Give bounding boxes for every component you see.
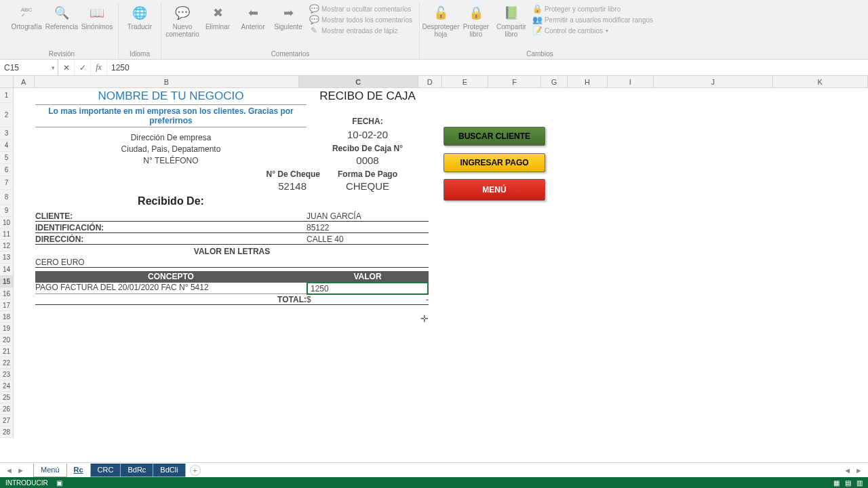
row-header-23[interactable]: 23 [0, 369, 14, 380]
sheet-tab-rc[interactable]: Rc [66, 464, 91, 477]
sheet-tab-bdrc[interactable]: BdRc [120, 464, 153, 477]
ribbon-new-comment[interactable]: 💬 Nuevo comentario [165, 3, 199, 39]
enter-payment-button[interactable]: INGRESAR PAGO [443, 153, 545, 172]
row-header-13[interactable]: 13 [0, 251, 14, 264]
row-header-28[interactable]: 28 [0, 426, 14, 438]
row-header-15[interactable]: 15 [0, 276, 14, 288]
col-header-F[interactable]: F [488, 76, 541, 87]
worksheet[interactable]: A B C D E F G H I J K 123456789101112131… [0, 76, 868, 461]
row-header-26[interactable]: 26 [0, 403, 14, 415]
row-header-2[interactable]: 2 [0, 103, 14, 127]
cancel-edit-button[interactable]: ✕ [58, 60, 75, 75]
sheet-tab-menu[interactable]: Menú [33, 464, 67, 477]
ribbon-show-all-comments[interactable]: 💬Mostrar todos los comentarios [309, 15, 412, 24]
macro-record-icon[interactable]: ▣ [56, 479, 62, 487]
address-line2: Ciudad, Pais, Depatamento [35, 144, 307, 154]
col-header-K[interactable]: K [773, 76, 868, 87]
row-header-10[interactable]: 10 [0, 217, 14, 228]
sheet-tabs: ◄ ► Menú Rc CRC BdRc BdCli + ◄ ► [0, 462, 868, 477]
ribbon-show-ink[interactable]: ✎Mostrar entradas de lápiz [309, 26, 412, 35]
row-header-3[interactable]: 3 [0, 127, 14, 140]
col-header-G[interactable]: G [541, 76, 568, 87]
view-normal-icon[interactable]: ▦ [833, 479, 840, 487]
row-header-18[interactable]: 18 [0, 311, 14, 323]
select-all-corner[interactable] [0, 76, 14, 87]
scroll-left-icon[interactable]: ◄ [844, 466, 851, 474]
sheet-tab-crc[interactable]: CRC [90, 464, 121, 477]
ribbon-protect-share[interactable]: 🔒Proteger y compartir libro [532, 4, 653, 14]
ribbon-unprotect-sheet[interactable]: 🔓 Desproteger hoja [424, 3, 458, 39]
fx-button[interactable]: fx [91, 60, 107, 75]
share-book-icon: 📗 [502, 4, 520, 22]
total-cell: $ - [307, 295, 429, 305]
ribbon-share-book[interactable]: 📗 Compartir libro [494, 3, 528, 39]
col-header-E[interactable]: E [442, 76, 488, 87]
tab-nav-next[interactable]: ► [17, 466, 24, 474]
row-header-25[interactable]: 25 [0, 392, 14, 403]
receipt-number: 0008 [307, 155, 429, 166]
row-header-7[interactable]: 7 [0, 176, 14, 190]
comment-icon: 💬 [309, 4, 319, 14]
formula-input[interactable]: 1250 [107, 60, 868, 75]
lock-share-icon: 🔒 [532, 4, 542, 14]
cheque-value: 52148 [239, 180, 307, 192]
row-header-5[interactable]: 5 [0, 152, 14, 164]
name-box[interactable]: C15 [0, 60, 58, 75]
add-sheet-button[interactable]: + [190, 465, 201, 476]
ribbon-spellcheck[interactable]: ABC✓ Ortografía [9, 3, 43, 32]
col-header-C[interactable]: C [299, 76, 418, 87]
abc-check-icon: ABC✓ [18, 4, 35, 22]
users-icon: 👥 [532, 15, 542, 24]
sheet-tab-bdcli[interactable]: BdCli [153, 464, 185, 477]
col-header-H[interactable]: H [568, 76, 608, 87]
row-header-8[interactable]: 8 [0, 190, 14, 205]
col-header-A[interactable]: A [14, 76, 35, 87]
ribbon-track-changes[interactable]: 📝Control de cambios ▾ [532, 26, 653, 35]
ribbon-thesaurus[interactable]: 📖 Sinónimos [80, 3, 114, 32]
view-break-icon[interactable]: ▥ [856, 479, 863, 487]
row-header-22[interactable]: 22 [0, 357, 14, 369]
col-header-J[interactable]: J [654, 76, 773, 87]
row-header-14[interactable]: 14 [0, 264, 14, 276]
row-header-11[interactable]: 11 [0, 228, 14, 240]
col-header-I[interactable]: I [608, 76, 654, 87]
ribbon-delete-comment[interactable]: ✖ Eliminar [201, 3, 235, 32]
search-client-button[interactable]: BUSCAR CLIENTE [443, 127, 545, 146]
view-layout-icon[interactable]: ▤ [845, 479, 851, 487]
row-valor: 1250 [311, 284, 329, 293]
row-header-27[interactable]: 27 [0, 415, 14, 426]
amount-words: CERO EURO [35, 258, 429, 268]
total-value: - [426, 295, 429, 304]
row-header-20[interactable]: 20 [0, 334, 14, 346]
row-header-17[interactable]: 17 [0, 300, 14, 311]
ribbon-show-hide-comments[interactable]: 💬Mostrar u ocultar comentarios [309, 4, 412, 14]
track-icon: 📝 [532, 26, 542, 35]
ribbon-protect-book[interactable]: 🔒 Proteger libro [459, 3, 493, 39]
address-line1: Dirección De empresa [35, 133, 307, 142]
ribbon-prev-comment[interactable]: ⬅ Anterior [236, 3, 270, 32]
row-header-1[interactable]: 1 [0, 88, 14, 103]
ribbon-reference[interactable]: 🔍 Referencia [45, 3, 79, 32]
row-header-12[interactable]: 12 [0, 240, 14, 251]
confirm-edit-button[interactable]: ✓ [75, 60, 91, 75]
scroll-right-icon[interactable]: ► [855, 466, 863, 474]
receipt-number-label: Recibo De Caja N° [307, 144, 429, 153]
row-header-21[interactable]: 21 [0, 346, 14, 357]
id-value: 85122 [307, 223, 429, 233]
row-header-16[interactable]: 16 [0, 288, 14, 300]
ribbon-translate[interactable]: 🌐 Traducir [123, 3, 157, 32]
row-header-6[interactable]: 6 [0, 164, 14, 176]
col-header-B[interactable]: B [35, 76, 299, 87]
tab-nav-prev[interactable]: ◄ [5, 466, 13, 474]
ribbon-allow-ranges[interactable]: 👥Permitir a usuarios modificar rangos [532, 15, 653, 24]
row-header-9[interactable]: 9 [0, 205, 14, 217]
selected-cell[interactable]: 1250 [307, 282, 429, 295]
status-mode: INTRODUCIR [5, 479, 48, 487]
menu-button[interactable]: MENÚ [443, 179, 545, 201]
col-header-D[interactable]: D [418, 76, 442, 87]
ribbon-next-comment[interactable]: ➡ Siguiente [271, 3, 305, 32]
row-header-19[interactable]: 19 [0, 323, 14, 334]
row-header-4[interactable]: 4 [0, 140, 14, 152]
row-header-24[interactable]: 24 [0, 380, 14, 392]
amount-words-label: VALOR EN LETRAS [35, 247, 429, 256]
